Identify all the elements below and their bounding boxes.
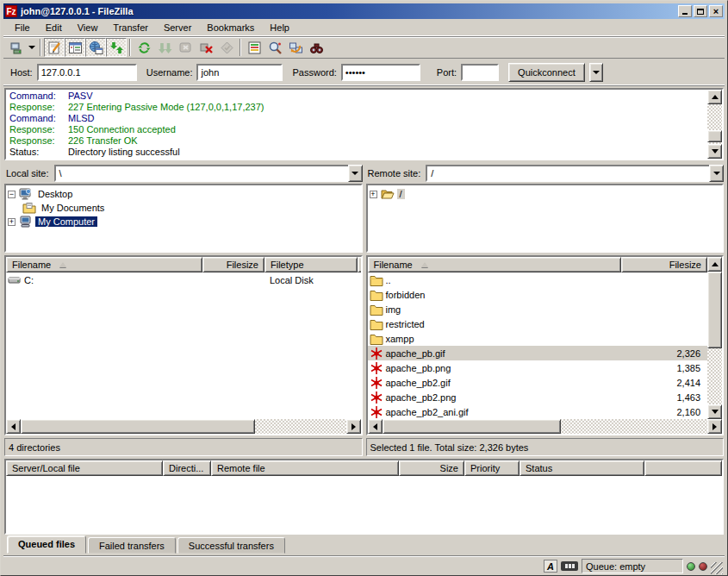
- tree-item-root[interactable]: + /: [370, 187, 721, 201]
- remote-file-row[interactable]: apache_pb2_ani.gif 2,160: [368, 404, 708, 419]
- quickconnect-dropdown-icon[interactable]: [589, 63, 603, 82]
- tree-item-label[interactable]: Desktop: [35, 189, 75, 199]
- scroll-up-icon[interactable]: [707, 257, 722, 272]
- scroll-left-icon[interactable]: [368, 419, 383, 434]
- remote-vscrollbar[interactable]: [707, 257, 722, 419]
- local-site-value[interactable]: \: [54, 165, 348, 182]
- menu-bookmarks[interactable]: Bookmarks: [199, 21, 262, 34]
- toggle-local-tree-icon[interactable]: [65, 38, 85, 57]
- log-scrollbar[interactable]: [707, 90, 722, 159]
- synchronized-browsing-icon[interactable]: [285, 38, 306, 57]
- column-header-filler: [644, 460, 722, 476]
- process-queue-icon[interactable]: [154, 38, 175, 57]
- collapse-icon[interactable]: −: [8, 191, 16, 198]
- username-input[interactable]: [196, 64, 283, 81]
- maximize-button[interactable]: [694, 5, 707, 17]
- menu-server[interactable]: Server: [156, 21, 199, 34]
- column-header-size[interactable]: Size: [399, 460, 464, 476]
- remote-file-row[interactable]: img: [368, 302, 708, 316]
- column-header-server-local-file[interactable]: Server/Local file: [6, 460, 163, 476]
- column-header-remote-file[interactable]: Remote file: [211, 460, 399, 476]
- remote-tree: + /: [366, 184, 725, 253]
- scroll-thumb[interactable]: [21, 419, 255, 434]
- reconnect-icon[interactable]: [216, 38, 237, 57]
- tab-successful-transfers[interactable]: Successful transfers: [177, 537, 285, 554]
- menu-view[interactable]: View: [70, 21, 106, 34]
- site-manager-icon[interactable]: [6, 38, 27, 57]
- remote-file-row[interactable]: restricted: [368, 316, 708, 331]
- column-header-filesize[interactable]: Filesize: [621, 257, 707, 272]
- remote-file-row[interactable]: forbidden: [368, 287, 708, 302]
- scroll-left-icon[interactable]: [6, 419, 21, 434]
- column-header-direction[interactable]: Directi...: [163, 460, 211, 476]
- menu-file[interactable]: File: [7, 21, 38, 34]
- port-input[interactable]: [461, 64, 499, 81]
- close-button[interactable]: ×: [709, 5, 723, 17]
- tab-queued-files[interactable]: Queued files: [7, 535, 86, 554]
- scroll-up-icon[interactable]: [707, 90, 722, 104]
- tree-item-label[interactable]: My Computer: [35, 216, 97, 227]
- file-name: apache_pb.png: [386, 363, 451, 373]
- password-input[interactable]: [341, 64, 420, 81]
- column-header-status[interactable]: Status: [520, 460, 644, 476]
- file-size: 2,326: [621, 348, 707, 359]
- remote-file-row-selected[interactable]: apache_pb.gif 2,326: [368, 346, 708, 360]
- resize-grip[interactable]: [711, 562, 723, 574]
- tree-item-my-documents[interactable]: My Documents: [8, 201, 359, 215]
- expand-icon[interactable]: +: [370, 191, 377, 198]
- remote-hscrollbar[interactable]: [368, 419, 723, 434]
- remote-site-dropdown-icon[interactable]: [709, 165, 724, 182]
- column-header-filesize[interactable]: Filesize: [202, 257, 264, 272]
- quickconnect-button[interactable]: Quickconnect: [508, 63, 585, 82]
- toggle-transfer-queue-icon[interactable]: [106, 38, 127, 57]
- expand-icon[interactable]: +: [8, 218, 16, 226]
- tab-failed-transfers[interactable]: Failed transfers: [88, 537, 176, 554]
- local-site-combo[interactable]: \: [54, 165, 363, 182]
- find-files-icon[interactable]: [306, 38, 327, 57]
- refresh-icon[interactable]: [134, 38, 154, 57]
- local-file-row[interactable]: C: Local Disk: [6, 272, 361, 287]
- remote-file-row[interactable]: xampp: [368, 331, 708, 346]
- toggle-message-log-icon[interactable]: [44, 38, 65, 57]
- scroll-right-icon[interactable]: [707, 419, 722, 434]
- column-header-filetype[interactable]: Filetype: [264, 257, 358, 272]
- my-computer-icon: [19, 215, 33, 229]
- log-line-label: Command:: [6, 91, 68, 102]
- cancel-icon[interactable]: [175, 38, 196, 57]
- tree-item-my-computer[interactable]: + My Computer: [8, 215, 359, 229]
- scroll-right-icon[interactable]: [346, 419, 361, 434]
- menu-edit[interactable]: Edit: [38, 21, 70, 34]
- remote-file-row[interactable]: apache_pb2.gif 2,414: [368, 375, 708, 390]
- directory-listing-filters-icon[interactable]: [244, 38, 264, 57]
- column-header-filename[interactable]: Filename: [368, 257, 622, 272]
- tree-item-label[interactable]: My Documents: [39, 203, 107, 213]
- host-input[interactable]: [37, 64, 137, 81]
- transfer-queue: Server/Local file Directi... Remote file…: [4, 459, 724, 535]
- remote-file-row[interactable]: ..: [368, 272, 708, 287]
- local-site-dropdown-icon[interactable]: [348, 165, 363, 182]
- scroll-thumb[interactable]: [707, 130, 722, 142]
- file-name: apache_pb2_ani.gif: [386, 407, 469, 417]
- local-hscrollbar[interactable]: [6, 419, 361, 434]
- remote-file-row[interactable]: apache_pb.png 1,385: [368, 360, 708, 375]
- menu-transfer[interactable]: Transfer: [105, 21, 156, 34]
- tree-item-desktop[interactable]: − Desktop: [8, 187, 359, 201]
- site-manager-dropdown-icon[interactable]: [27, 38, 37, 57]
- scroll-thumb[interactable]: [707, 272, 722, 348]
- tree-item-label[interactable]: /: [397, 189, 405, 199]
- scroll-thumb[interactable]: [383, 419, 562, 434]
- minimize-button[interactable]: [678, 5, 692, 17]
- message-log: Command:PASV Response:227 Entering Passi…: [4, 88, 724, 160]
- toggle-remote-tree-icon[interactable]: [85, 38, 106, 57]
- remote-file-row[interactable]: apache_pb2.png 1,463: [368, 390, 708, 404]
- column-header-lastmodified[interactable]: L: [358, 257, 363, 272]
- menu-help[interactable]: Help: [262, 21, 297, 34]
- column-header-priority[interactable]: Priority: [464, 460, 520, 476]
- directory-comparison-icon[interactable]: [264, 38, 285, 57]
- remote-site-value[interactable]: /: [426, 165, 709, 182]
- scroll-down-icon[interactable]: [707, 144, 722, 159]
- scroll-down-icon[interactable]: [707, 404, 722, 419]
- disconnect-icon[interactable]: [196, 38, 216, 57]
- column-header-filename[interactable]: Filename: [6, 257, 202, 272]
- remote-site-combo[interactable]: /: [426, 165, 724, 182]
